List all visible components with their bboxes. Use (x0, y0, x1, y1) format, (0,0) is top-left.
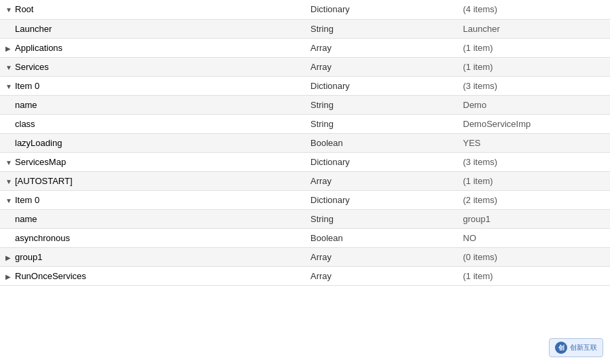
table-row[interactable]: [AUTOSTART]Array(1 item) (0, 171, 610, 190)
row-key: Services (15, 62, 49, 72)
table-row[interactable]: LauncherStringLauncher (0, 19, 610, 38)
row-key: Item 0 (15, 195, 39, 205)
table-row[interactable]: lazyLoadingBooleanYES (0, 133, 610, 152)
row-type: Array (305, 38, 458, 57)
row-key: Launcher (15, 24, 52, 34)
row-key: name (15, 214, 37, 224)
row-type: Array (305, 57, 458, 76)
table-row[interactable]: RunOnceServicesArray(1 item) (0, 266, 610, 285)
table-row[interactable]: Item 0Dictionary(2 items) (0, 190, 610, 209)
table-row[interactable]: ServicesMapDictionary(3 items) (0, 152, 610, 171)
table-row[interactable]: ApplicationsArray(1 item) (0, 38, 610, 57)
row-value: (1 item) (458, 266, 611, 285)
row-value: DemoServiceImp (458, 114, 611, 133)
row-value: (4 items) (458, 0, 611, 19)
table-row[interactable]: Item 0Dictionary(3 items) (0, 76, 610, 95)
row-type: Dictionary (305, 76, 458, 95)
row-type: Boolean (305, 228, 458, 247)
toggle-icon[interactable] (5, 178, 14, 185)
property-list-table: RootDictionary(4 items)LauncherStringLau… (0, 0, 610, 286)
row-key: ServicesMap (15, 157, 66, 167)
row-value: (3 items) (458, 76, 611, 95)
toggle-icon[interactable] (5, 273, 14, 280)
table-row[interactable]: classStringDemoServiceImp (0, 114, 610, 133)
row-value: NO (458, 228, 611, 247)
toggle-icon[interactable] (5, 64, 14, 71)
row-key: [AUTOSTART] (15, 176, 73, 186)
row-type: String (305, 209, 458, 228)
row-key: asynchronous (15, 233, 70, 243)
row-type: Array (305, 266, 458, 285)
row-value: Demo (458, 95, 611, 114)
row-value: (0 items) (458, 247, 611, 266)
toggle-icon[interactable] (5, 254, 14, 261)
table-row[interactable]: asynchronousBooleanNO (0, 228, 610, 247)
table-row[interactable]: ServicesArray(1 item) (0, 57, 610, 76)
table-row[interactable]: group1Array(0 items) (0, 247, 610, 266)
row-value: group1 (458, 209, 611, 228)
row-key: Root (15, 4, 33, 14)
row-value: (1 item) (458, 57, 611, 76)
row-value: YES (458, 133, 611, 152)
row-key: RunOnceServices (15, 271, 86, 281)
row-type: Dictionary (305, 190, 458, 209)
row-key: class (15, 119, 35, 129)
row-value: (1 item) (458, 38, 611, 57)
row-value: (1 item) (458, 171, 611, 190)
row-value: Launcher (458, 19, 611, 38)
row-type: String (305, 19, 458, 38)
toggle-icon[interactable] (5, 197, 14, 204)
row-type: Array (305, 247, 458, 266)
toggle-icon[interactable] (5, 6, 14, 14)
row-type: String (305, 95, 458, 114)
row-key: name (15, 100, 37, 110)
table-row[interactable]: nameStringgroup1 (0, 209, 610, 228)
row-value: (2 items) (458, 190, 611, 209)
table-row[interactable]: nameStringDemo (0, 95, 610, 114)
toggle-icon[interactable] (5, 45, 14, 52)
row-type: Dictionary (305, 152, 458, 171)
row-key: Applications (15, 43, 62, 53)
row-key: Item 0 (15, 81, 39, 91)
row-key: group1 (15, 252, 42, 262)
row-key: lazyLoading (15, 138, 62, 148)
row-value: (3 items) (458, 152, 611, 171)
row-type: Dictionary (305, 0, 458, 19)
toggle-icon[interactable] (5, 159, 14, 166)
row-type: Array (305, 171, 458, 190)
row-type: Boolean (305, 133, 458, 152)
table-row[interactable]: RootDictionary(4 items) (0, 0, 610, 19)
row-type: String (305, 114, 458, 133)
toggle-icon[interactable] (5, 83, 14, 90)
